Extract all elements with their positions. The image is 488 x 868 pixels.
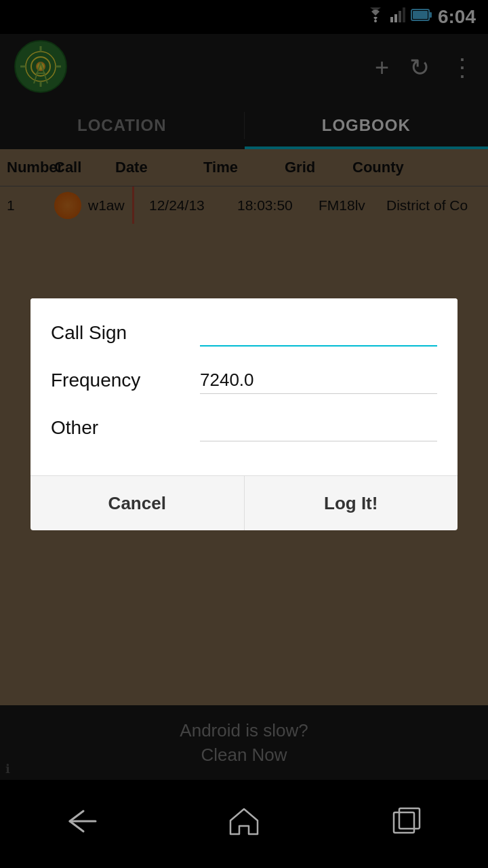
frequency-input[interactable] (200, 367, 437, 394)
call-sign-label: Call Sign (51, 322, 200, 344)
other-row: Other (51, 414, 437, 441)
back-icon (63, 808, 100, 841)
dialog-buttons: Cancel Log It! (30, 475, 458, 530)
frequency-row: Frequency (51, 367, 437, 394)
frequency-label: Frequency (51, 370, 200, 391)
svg-rect-19 (394, 812, 414, 833)
recents-icon (391, 807, 422, 842)
call-sign-row: Call Sign (51, 319, 437, 347)
log-it-button[interactable]: Log It! (245, 476, 458, 530)
log-entry-dialog: Call Sign Frequency Other Cancel Log It! (30, 298, 458, 530)
nav-bar (0, 780, 488, 868)
recents-button[interactable] (380, 804, 434, 844)
other-label: Other (51, 417, 200, 439)
other-input[interactable] (200, 414, 437, 441)
svg-rect-20 (399, 808, 420, 829)
back-button[interactable] (54, 804, 108, 844)
cancel-button[interactable]: Cancel (30, 476, 245, 530)
home-icon (227, 806, 261, 842)
call-sign-input[interactable] (200, 319, 437, 347)
home-button[interactable] (217, 804, 271, 844)
dialog-content: Call Sign Frequency Other (30, 298, 458, 475)
